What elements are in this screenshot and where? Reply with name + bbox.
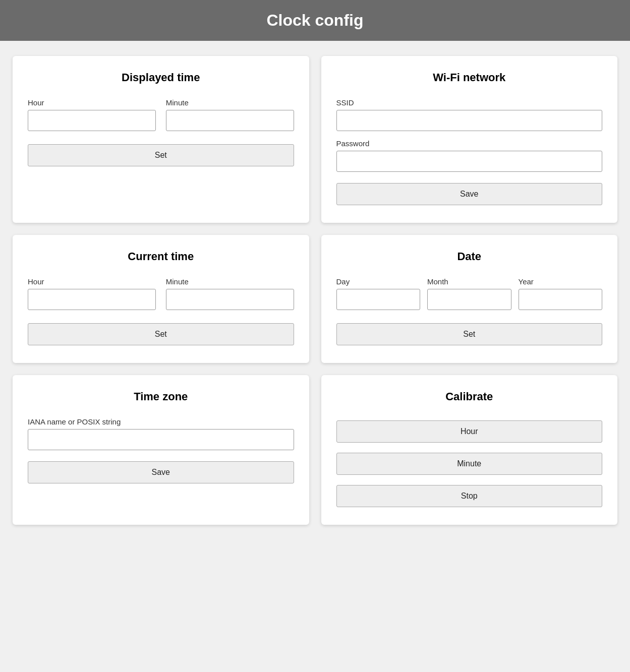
wifi-ssid-input[interactable]: [336, 110, 603, 131]
displayed-time-hour-group: Hour: [28, 98, 156, 131]
displayed-time-minute-input[interactable]: [166, 110, 294, 131]
current-time-hour-input[interactable]: [28, 289, 156, 310]
date-month-input[interactable]: [427, 289, 511, 310]
displayed-time-minute-group: Minute: [166, 98, 294, 131]
displayed-time-title: Displayed time: [28, 71, 294, 84]
displayed-time-set-button[interactable]: Set: [28, 144, 294, 166]
current-time-hour-label: Hour: [28, 277, 156, 286]
timezone-iana-label: IANA name or POSIX string: [28, 417, 294, 426]
page-header: Clock config: [0, 0, 630, 41]
current-time-card: Current time Hour Minute Set: [13, 235, 309, 363]
date-month-label: Month: [427, 277, 511, 286]
current-time-minute-group: Minute: [166, 277, 294, 310]
wifi-password-label: Password: [336, 139, 603, 148]
timezone-iana-input[interactable]: [28, 429, 294, 450]
wifi-title: Wi-Fi network: [336, 71, 603, 84]
date-day-label: Day: [336, 277, 421, 286]
calibrate-buttons-group: Hour Minute Stop: [336, 417, 603, 507]
timezone-title: Time zone: [28, 390, 294, 403]
date-card: Date Day Month Year Set: [321, 235, 618, 363]
displayed-time-hour-input[interactable]: [28, 110, 156, 131]
date-title: Date: [336, 250, 603, 263]
calibrate-title: Calibrate: [336, 390, 603, 403]
current-time-title: Current time: [28, 250, 294, 263]
wifi-ssid-label: SSID: [336, 98, 603, 107]
page-title: Clock config: [10, 11, 620, 30]
displayed-time-inputs: Hour Minute: [28, 98, 294, 131]
current-time-hour-group: Hour: [28, 277, 156, 310]
displayed-time-minute-label: Minute: [166, 98, 294, 107]
wifi-password-group: Password: [336, 139, 603, 172]
wifi-network-card: Wi-Fi network SSID Password Save: [321, 56, 618, 223]
wifi-ssid-group: SSID: [336, 98, 603, 131]
date-year-group: Year: [519, 277, 603, 310]
wifi-password-input[interactable]: [336, 151, 603, 172]
displayed-time-card: Displayed time Hour Minute Set: [13, 56, 309, 223]
main-grid: Displayed time Hour Minute Set Wi-Fi net…: [0, 41, 630, 540]
timezone-card: Time zone IANA name or POSIX string Save: [13, 375, 309, 525]
timezone-iana-group: IANA name or POSIX string: [28, 417, 294, 450]
date-day-input[interactable]: [336, 289, 421, 310]
date-year-label: Year: [519, 277, 603, 286]
current-time-minute-input[interactable]: [166, 289, 294, 310]
calibrate-card: Calibrate Hour Minute Stop: [321, 375, 618, 525]
current-time-inputs: Hour Minute: [28, 277, 294, 310]
date-set-button[interactable]: Set: [336, 323, 603, 345]
wifi-save-button[interactable]: Save: [336, 183, 603, 205]
calibrate-minute-button[interactable]: Minute: [336, 453, 603, 475]
date-month-group: Month: [427, 277, 511, 310]
current-time-set-button[interactable]: Set: [28, 323, 294, 345]
calibrate-hour-button[interactable]: Hour: [336, 420, 603, 443]
calibrate-stop-button[interactable]: Stop: [336, 485, 603, 507]
current-time-minute-label: Minute: [166, 277, 294, 286]
timezone-save-button[interactable]: Save: [28, 461, 294, 483]
date-day-group: Day: [336, 277, 421, 310]
date-inputs: Day Month Year: [336, 277, 603, 310]
displayed-time-hour-label: Hour: [28, 98, 156, 107]
date-year-input[interactable]: [519, 289, 603, 310]
